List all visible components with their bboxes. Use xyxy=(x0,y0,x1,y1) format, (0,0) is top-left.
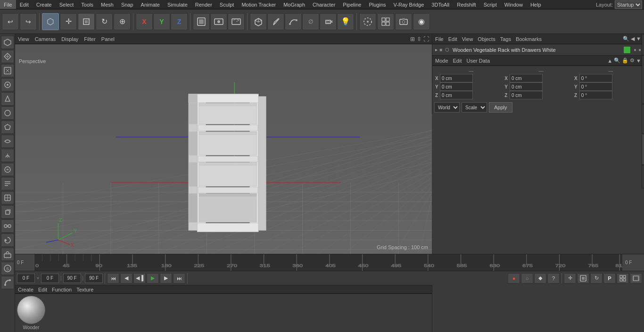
rotate-tool-button[interactable]: ↻ xyxy=(96,13,113,30)
menu-3dtoall[interactable]: 3DToAll xyxy=(428,0,453,9)
p-button[interactable]: P xyxy=(603,273,616,283)
attr-nav-icon[interactable]: ▼ xyxy=(636,58,641,64)
sidebar-btn-4[interactable] xyxy=(1,78,14,91)
scale-dropdown[interactable]: Scale xyxy=(462,102,487,113)
sidebar-btn-3[interactable] xyxy=(1,64,14,77)
x-axis-button[interactable]: X xyxy=(136,13,153,30)
sidebar-btn-9[interactable] xyxy=(1,149,14,162)
size-z-field[interactable]: 0 cm xyxy=(510,91,543,99)
menu-mograph[interactable]: MoGraph xyxy=(280,0,309,9)
menu-window[interactable]: Window xyxy=(501,0,527,9)
rot-x-field[interactable]: 0 ° xyxy=(579,74,612,82)
menu-script[interactable]: Script xyxy=(480,0,501,9)
rotate-mode-button[interactable]: ↻ xyxy=(590,273,603,283)
grid-button[interactable] xyxy=(377,13,394,30)
sidebar-btn-11[interactable] xyxy=(1,177,14,190)
vp-menu-panel[interactable]: Panel xyxy=(101,36,115,42)
attr-settings-icon[interactable]: ⚙ xyxy=(630,57,635,64)
object-list-item[interactable]: ▸ ■ ⬡ Wooden Vegetable Rack with Drawers… xyxy=(432,44,644,56)
y-axis-button[interactable]: Y xyxy=(153,13,170,30)
mat-function[interactable]: Function xyxy=(52,287,72,292)
size-x-field[interactable]: 0 cm xyxy=(510,74,543,82)
start-frame-input[interactable] xyxy=(41,274,59,283)
snap-button[interactable] xyxy=(359,13,376,30)
play-forward-button[interactable]: ▶ xyxy=(147,273,159,283)
apply-button[interactable]: Apply xyxy=(489,102,512,113)
menu-character[interactable]: Character xyxy=(309,0,339,9)
sidebar-btn-14[interactable] xyxy=(1,219,14,233)
sidebar-btn-16[interactable] xyxy=(1,248,14,261)
step-forward-button[interactable]: ▶ xyxy=(160,273,172,283)
z-axis-button[interactable]: Z xyxy=(171,13,188,30)
world-dropdown[interactable]: World xyxy=(434,102,460,113)
sidebar-btn-10[interactable] xyxy=(1,163,14,176)
tab-takes[interactable]: Takes xyxy=(642,34,644,55)
sidebar-btn-2[interactable] xyxy=(1,50,14,63)
vp-menu-display[interactable]: Display xyxy=(61,36,78,42)
mat-texture[interactable]: Texture xyxy=(76,287,93,292)
menu-tools[interactable]: Tools xyxy=(77,0,97,9)
sidebar-btn-18[interactable] xyxy=(1,276,14,289)
rp-menu-view[interactable]: View xyxy=(462,36,473,42)
vp-icon-1[interactable]: ⊞ xyxy=(410,36,415,42)
menu-create[interactable]: Create xyxy=(33,0,56,9)
vp-icon-2[interactable]: ⇳ xyxy=(417,36,421,42)
menu-vray[interactable]: V-Ray Bridge xyxy=(390,0,428,9)
menu-snap[interactable]: Snap xyxy=(117,0,137,9)
goto-end-button[interactable]: ⏭ xyxy=(173,273,185,283)
auto-key-button[interactable]: ○ xyxy=(521,273,533,283)
rp-menu-objects[interactable]: Objects xyxy=(478,36,495,42)
sidebar-btn-1[interactable] xyxy=(1,36,14,49)
camera-button[interactable] xyxy=(320,13,337,30)
rot-z-field[interactable]: 0 ° xyxy=(579,91,612,99)
layout-dropdown[interactable]: Startup xyxy=(615,0,642,9)
menu-help[interactable]: Help xyxy=(527,0,545,9)
menu-render[interactable]: Render xyxy=(191,0,216,9)
sidebar-btn-6[interactable] xyxy=(1,106,14,120)
grid-mode-button[interactable] xyxy=(617,273,629,283)
mat-edit[interactable]: Edit xyxy=(38,287,47,292)
menu-plugins[interactable]: Plugins xyxy=(365,0,389,9)
expand-icon[interactable]: ▸ xyxy=(435,47,438,52)
rp-settings-icon[interactable]: ▼ xyxy=(636,36,641,42)
menu-edit[interactable]: Edit xyxy=(16,0,33,9)
keyframe-button[interactable]: ◆ xyxy=(534,273,546,283)
step-back-button[interactable]: ◀ xyxy=(120,273,132,283)
rp-menu-file[interactable]: File xyxy=(435,36,444,42)
filmstrip-button[interactable] xyxy=(630,273,642,283)
vp-menu-view[interactable]: View xyxy=(18,36,29,42)
redo-button[interactable]: ↪ xyxy=(20,13,37,30)
vp-icon-3[interactable]: ⛶ xyxy=(423,36,429,42)
light-button[interactable]: 💡 xyxy=(337,13,354,30)
attr-user-data[interactable]: User Data xyxy=(467,58,490,64)
scale-tool-button[interactable] xyxy=(78,13,95,30)
sidebar-btn-12[interactable] xyxy=(1,191,14,204)
material-ball-wood[interactable] xyxy=(17,296,45,324)
move-mode-button[interactable]: ✛ xyxy=(564,273,576,283)
record-button[interactable]: ● xyxy=(508,273,520,283)
sidebar-btn-17[interactable]: S xyxy=(1,262,14,275)
help-button[interactable]: ? xyxy=(547,273,560,283)
attr-lock-icon[interactable]: 🔒 xyxy=(622,57,628,64)
tab-structure[interactable]: Structure xyxy=(642,104,644,134)
viewport[interactable]: View Cameras Display Filter Panel ⊞ ⇳ ⛶ xyxy=(15,34,432,254)
spline-button[interactable] xyxy=(285,13,302,30)
sidebar-btn-13[interactable] xyxy=(1,205,14,219)
bulb-button[interactable]: ◉ xyxy=(413,13,430,30)
size-y-field[interactable]: 0 cm xyxy=(510,82,543,91)
rp-search-icon[interactable]: 🔍 xyxy=(623,36,629,42)
vp-menu-filter[interactable]: Filter xyxy=(84,36,95,42)
rot-y-field[interactable]: 0 ° xyxy=(579,82,612,91)
end-frame-input-2[interactable] xyxy=(85,274,103,283)
sidebar-btn-5[interactable] xyxy=(1,92,14,105)
sidebar-btn-8[interactable] xyxy=(1,135,14,148)
menu-sculpt[interactable]: Sculpt xyxy=(216,0,238,9)
render-view-button[interactable] xyxy=(210,13,227,30)
menu-motion-tracker[interactable]: Motion Tracker xyxy=(238,0,280,9)
end-frame-input[interactable] xyxy=(63,274,81,283)
mode-object-button[interactable] xyxy=(193,13,210,30)
play-back-button[interactable]: ◀▐ xyxy=(133,273,146,283)
camera-view-button[interactable] xyxy=(395,13,412,30)
pos-z-field[interactable]: 0 cm xyxy=(440,91,473,99)
attr-mode[interactable]: Mode xyxy=(435,58,448,64)
